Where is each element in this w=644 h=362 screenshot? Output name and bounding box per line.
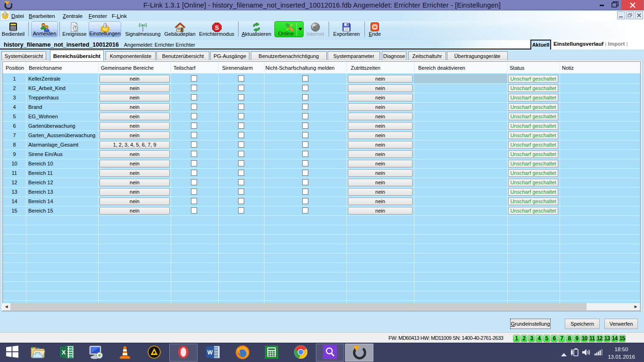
svg-text:W: W — [207, 349, 213, 356]
svg-text:X: X — [62, 349, 66, 356]
svg-text:S: S — [215, 24, 219, 31]
